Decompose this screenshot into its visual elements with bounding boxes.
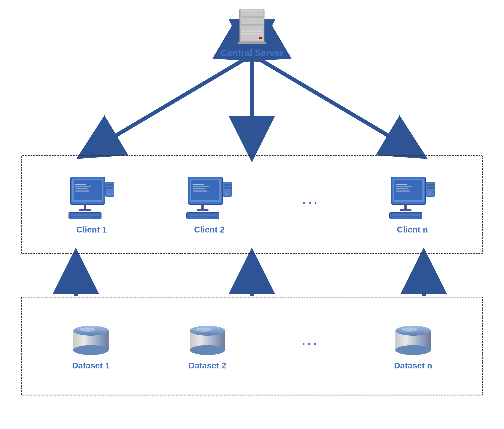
dataset-1-label: Dataset 1 — [72, 361, 110, 370]
svg-rect-58 — [391, 214, 420, 215]
svg-rect-9 — [259, 37, 262, 39]
dataset-n-label: Dataset n — [394, 361, 432, 370]
svg-rect-15 — [75, 186, 91, 187]
svg-rect-23 — [71, 215, 99, 216]
clients-inner: Client 1 — [22, 156, 482, 253]
client-2-icon — [185, 175, 234, 221]
arrow-server-client1 — [83, 58, 246, 155]
svg-rect-63 — [427, 187, 433, 189]
svg-rect-51 — [396, 186, 412, 187]
svg-rect-60 — [391, 217, 413, 218]
svg-rect-37 — [197, 209, 209, 211]
svg-rect-32 — [193, 184, 204, 185]
svg-rect-49 — [394, 180, 423, 200]
svg-rect-14 — [75, 184, 86, 185]
svg-rect-42 — [188, 217, 210, 218]
svg-point-73 — [190, 345, 225, 355]
arrow-server-clientn — [258, 58, 421, 155]
svg-rect-53 — [396, 190, 410, 192]
svg-rect-34 — [193, 188, 205, 189]
svg-rect-62 — [427, 184, 433, 186]
clients-dots: ... — [302, 192, 319, 207]
server-label: Central Server — [221, 48, 283, 58]
svg-point-78 — [395, 345, 431, 355]
client-n-icon — [388, 175, 437, 221]
dataset-1-icon — [69, 322, 113, 357]
svg-rect-22 — [71, 214, 99, 215]
svg-point-74 — [196, 328, 212, 332]
svg-rect-19 — [79, 209, 91, 211]
svg-point-79 — [402, 328, 417, 332]
dataset-2-item: Dataset 2 — [185, 322, 230, 370]
svg-rect-41 — [188, 215, 217, 216]
diagram-container: Central Server — [0, 0, 504, 429]
dataset-2-icon — [185, 322, 230, 357]
svg-rect-27 — [106, 187, 113, 189]
client-1-item: Client 1 — [67, 175, 116, 234]
svg-point-68 — [73, 345, 109, 355]
dataset-n-icon — [391, 322, 435, 357]
svg-rect-59 — [391, 215, 420, 216]
svg-rect-45 — [224, 187, 230, 189]
svg-rect-35 — [193, 190, 207, 192]
svg-rect-50 — [396, 184, 407, 185]
svg-rect-55 — [400, 209, 412, 211]
datasets-inner: Dataset 1 — [22, 297, 482, 394]
dataset-2-label: Dataset 2 — [188, 361, 226, 370]
svg-rect-26 — [106, 184, 113, 186]
svg-rect-2 — [241, 11, 263, 16]
dataset-1-item: Dataset 1 — [69, 322, 113, 370]
svg-point-46 — [226, 193, 228, 195]
datasets-dots: ... — [302, 333, 319, 348]
svg-rect-6 — [241, 26, 263, 31]
svg-rect-36 — [201, 205, 204, 210]
server-icon — [234, 7, 270, 46]
svg-rect-10 — [238, 42, 266, 44]
svg-rect-4 — [241, 18, 263, 24]
central-server-area: Central Server — [221, 7, 283, 58]
svg-point-64 — [429, 193, 431, 195]
clients-box: Client 1 — [21, 155, 483, 254]
client-2-item: Client 2 — [185, 175, 234, 234]
svg-rect-31 — [191, 180, 220, 200]
svg-rect-24 — [71, 217, 92, 218]
svg-rect-16 — [75, 188, 88, 189]
client-2-label: Client 2 — [194, 225, 225, 234]
svg-rect-52 — [396, 188, 408, 189]
client-n-item: Client n — [388, 175, 437, 234]
svg-rect-18 — [84, 205, 86, 210]
svg-point-28 — [108, 193, 110, 195]
svg-rect-17 — [75, 190, 89, 192]
svg-rect-54 — [404, 205, 407, 210]
svg-rect-44 — [224, 184, 230, 186]
svg-rect-33 — [193, 186, 209, 187]
svg-rect-13 — [74, 180, 102, 200]
svg-rect-40 — [188, 214, 217, 215]
datasets-box: Dataset 1 — [21, 297, 483, 395]
svg-point-69 — [80, 328, 95, 332]
client-1-label: Client 1 — [76, 225, 107, 234]
dataset-n-item: Dataset n — [391, 322, 435, 370]
client-1-icon — [67, 175, 116, 221]
client-n-label: Client n — [397, 225, 428, 234]
